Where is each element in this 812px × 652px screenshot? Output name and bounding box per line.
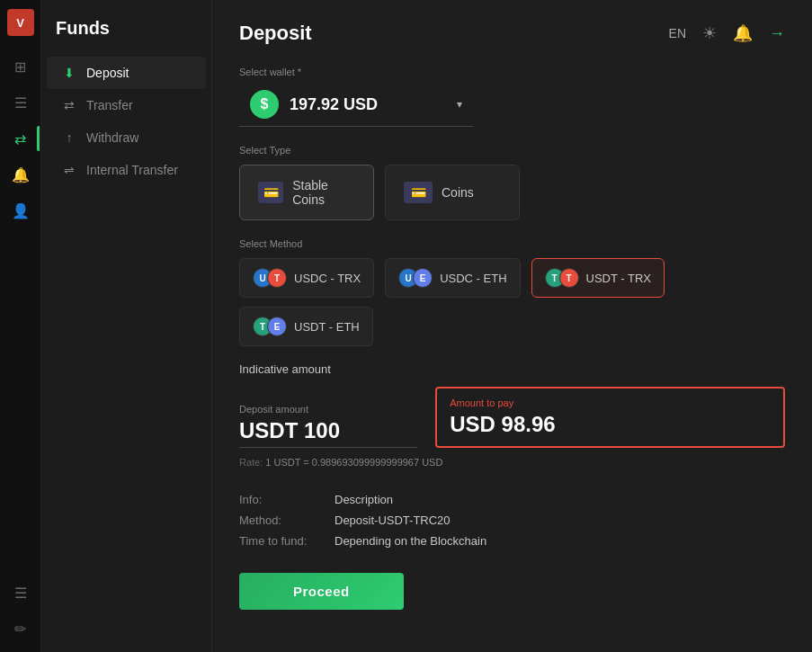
type-card-coins[interactable]: 💳 Coins bbox=[385, 165, 520, 220]
method-row-2: T E USDT - ETH bbox=[239, 307, 785, 346]
info-row-time: Time to fund: Depending on the Blockchai… bbox=[239, 534, 785, 548]
bell-icon[interactable]: 🔔 bbox=[733, 23, 753, 43]
usdt-eth-label: USDT - ETH bbox=[294, 320, 360, 334]
usdt-trx-icons: T T bbox=[545, 268, 579, 288]
wallet-amount: 197.92 USD bbox=[290, 95, 446, 114]
wallet-section: Select wallet * $ 197.92 USD ▾ bbox=[239, 67, 785, 127]
wallet-selector[interactable]: $ 197.92 USD ▾ bbox=[239, 83, 473, 127]
usdc-trx-label: USDC - TRX bbox=[294, 272, 361, 285]
amount-to-pay-box: Amount to pay USD 98.96 bbox=[435, 387, 785, 448]
deposit-amount-label: Deposit amount bbox=[239, 404, 417, 415]
nav-icon-brush[interactable]: ✏ bbox=[6, 614, 35, 643]
deposit-amount-value: USDT 100 bbox=[239, 418, 417, 448]
header-actions: EN ☀ 🔔 → bbox=[669, 23, 785, 43]
sidebar-item-transfer-label: Transfer bbox=[86, 98, 133, 112]
wallet-label: Select wallet * bbox=[239, 67, 785, 77]
nav-icon-user[interactable]: 👤 bbox=[6, 196, 35, 225]
wallet-icon: $ bbox=[250, 90, 279, 119]
app-logo: V bbox=[7, 9, 34, 36]
sidebar: Funds ⬇ Deposit ⇄ Transfer ↑ Withdraw ⇌ … bbox=[41, 0, 212, 652]
info-key-method: Method: bbox=[239, 514, 320, 527]
lang-label: EN bbox=[669, 26, 686, 40]
method-card-usdc-trx[interactable]: U T USDC - TRX bbox=[239, 258, 374, 298]
page-header: Deposit EN ☀ 🔔 → bbox=[239, 22, 785, 45]
sidebar-title: Funds bbox=[41, 18, 211, 57]
amounts-row: Deposit amount USDT 100 Amount to pay US… bbox=[239, 387, 785, 448]
select-method-section: Select Method U T USDC - TRX U E USDC - … bbox=[239, 238, 785, 346]
main-content: Deposit EN ☀ 🔔 → Select wallet * $ 197.9… bbox=[212, 0, 812, 652]
stable-coins-label: Stable Coins bbox=[292, 178, 355, 207]
eth-icon: E bbox=[413, 268, 433, 288]
rate-text: Rate: 1 USDT = 0.989693099999999967 USD bbox=[239, 457, 785, 468]
info-val-method: Deposit-USDT-TRC20 bbox=[335, 514, 451, 527]
sidebar-item-deposit[interactable]: ⬇ Deposit bbox=[47, 57, 206, 89]
internal-transfer-icon: ⇌ bbox=[61, 163, 77, 177]
nav-icon-list[interactable]: ☰ bbox=[6, 578, 35, 607]
sidebar-item-internal-transfer[interactable]: ⇌ Internal Transfer bbox=[47, 154, 206, 186]
eth-icon-2: E bbox=[267, 317, 287, 336]
page-title: Deposit bbox=[239, 22, 312, 45]
sidebar-item-deposit-label: Deposit bbox=[86, 66, 129, 80]
indicative-section: Indicative amount Deposit amount USDT 10… bbox=[239, 362, 785, 468]
info-key-time: Time to fund: bbox=[239, 534, 320, 548]
trx-icon: T bbox=[267, 268, 287, 288]
amount-to-pay-value: USD 98.96 bbox=[450, 412, 771, 437]
nav-icon-bell[interactable]: 🔔 bbox=[6, 160, 35, 189]
usdc-trx-icons: U T bbox=[253, 268, 287, 288]
rate-formula: 1 USDT = 0.989693099999999967 USD bbox=[265, 457, 442, 468]
method-card-usdt-trx[interactable]: T T USDT - TRX bbox=[531, 258, 665, 298]
coins-label: Coins bbox=[442, 185, 474, 200]
sun-icon[interactable]: ☀ bbox=[702, 23, 717, 43]
info-key-info: Info: bbox=[239, 493, 320, 506]
sidebar-item-internal-transfer-label: Internal Transfer bbox=[86, 163, 178, 177]
sidebar-item-transfer[interactable]: ⇄ Transfer bbox=[47, 89, 206, 121]
info-row-method: Method: Deposit-USDT-TRC20 bbox=[239, 514, 785, 527]
usdt-eth-icons: T E bbox=[253, 317, 287, 336]
icon-bar: V ⊞ ☰ ⇄ 🔔 👤 ☰ ✏ bbox=[0, 0, 41, 652]
wallet-chevron-icon: ▾ bbox=[457, 98, 462, 111]
trx-icon-2: T bbox=[559, 268, 579, 288]
nav-icon-transfer[interactable]: ⇄ bbox=[6, 124, 35, 153]
select-method-label: Select Method bbox=[239, 238, 785, 249]
nav-icon-grid[interactable]: ⊞ bbox=[6, 52, 35, 81]
coins-icon: 💳 bbox=[404, 182, 433, 203]
select-type-section: Select Type 💳 Stable Coins 💳 Coins bbox=[239, 145, 785, 220]
proceed-button[interactable]: Proceed bbox=[239, 573, 404, 610]
select-type-label: Select Type bbox=[239, 145, 785, 156]
exit-icon[interactable]: → bbox=[769, 24, 785, 43]
usdc-eth-label: USDC - ETH bbox=[440, 272, 506, 285]
sidebar-item-withdraw-label: Withdraw bbox=[86, 130, 138, 145]
nav-icon-layers[interactable]: ☰ bbox=[6, 88, 35, 117]
usdt-trx-label: USDT - TRX bbox=[586, 272, 651, 285]
type-row: 💳 Stable Coins 💳 Coins bbox=[239, 165, 785, 220]
info-val-description: Description bbox=[335, 493, 393, 506]
deposit-icon: ⬇ bbox=[61, 66, 77, 80]
sidebar-item-withdraw[interactable]: ↑ Withdraw bbox=[47, 121, 206, 154]
usdc-eth-icons: U E bbox=[398, 268, 433, 288]
deposit-amount-box: Deposit amount USDT 100 bbox=[239, 404, 417, 448]
info-row-description: Info: Description bbox=[239, 493, 785, 506]
method-row-1: U T USDC - TRX U E USDC - ETH T T USDT bbox=[239, 258, 785, 298]
withdraw-icon: ↑ bbox=[61, 130, 77, 145]
rate-label: Rate: bbox=[239, 457, 263, 468]
method-card-usdt-eth[interactable]: T E USDT - ETH bbox=[239, 307, 373, 346]
amount-to-pay-label: Amount to pay bbox=[450, 397, 771, 408]
transfer-icon: ⇄ bbox=[61, 98, 77, 112]
indicative-title: Indicative amount bbox=[239, 362, 785, 376]
method-card-usdc-eth[interactable]: U E USDC - ETH bbox=[385, 258, 520, 298]
info-val-time: Depending on the Blockchain bbox=[335, 534, 486, 548]
type-card-stable-coins[interactable]: 💳 Stable Coins bbox=[239, 165, 374, 220]
stable-coins-icon: 💳 bbox=[258, 182, 283, 203]
info-section: Info: Description Method: Deposit-USDT-T… bbox=[239, 484, 785, 548]
